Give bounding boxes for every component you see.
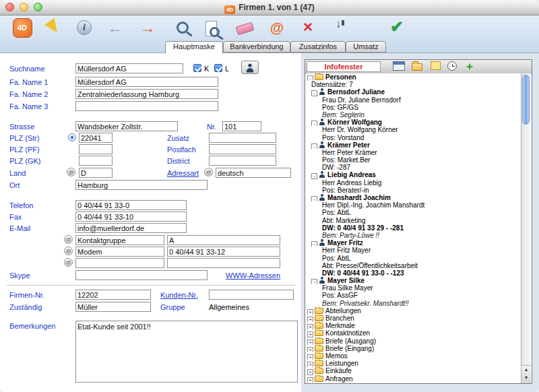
tree-folder-item[interactable]: +Briefe (Ausgang): [306, 337, 521, 345]
note-icon[interactable]: [431, 61, 441, 70]
fax-input[interactable]: [75, 211, 187, 222]
www-adressen-link[interactable]: WWW-Adressen: [226, 271, 280, 280]
tree-expander[interactable]: -: [311, 279, 317, 284]
window-icon[interactable]: [393, 61, 405, 71]
eraser-icon[interactable]: [232, 16, 257, 40]
tree-folder-item[interactable]: +Einkäufe: [306, 367, 521, 374]
delete-icon[interactable]: ×: [295, 16, 321, 40]
adressart-at-button[interactable]: @: [204, 168, 213, 176]
checkbox-l[interactable]: [214, 64, 222, 72]
email-icon[interactable]: @: [264, 16, 290, 40]
tree-folder-item[interactable]: -Personen: [306, 73, 521, 81]
tree-person-item[interactable]: -Krämer Peter: [306, 141, 521, 149]
tree-expander[interactable]: +: [307, 324, 313, 329]
plz-gk-input[interactable]: [79, 156, 113, 166]
back-icon[interactable]: ←: [102, 16, 128, 40]
tree-expander[interactable]: +: [307, 347, 313, 352]
nr-input[interactable]: [222, 121, 261, 131]
tree-expander[interactable]: +: [307, 309, 313, 315]
kunden-nr-input[interactable]: [209, 290, 294, 300]
info-tree-scrollbar[interactable]: ▲ ▼: [521, 73, 531, 383]
tree-expander[interactable]: -: [307, 75, 313, 81]
tree-person-item[interactable]: -Mayer Silke: [306, 277, 521, 284]
tab-umsatz[interactable]: Umsatz: [346, 41, 386, 53]
zustaendig-input[interactable]: [75, 302, 151, 312]
tree-folder-item[interactable]: +Briefe (Eingang): [306, 345, 521, 352]
tree-person-item[interactable]: -Manshardt Joachim: [306, 194, 521, 201]
skype-input[interactable]: [75, 270, 208, 280]
plz-str-input[interactable]: [79, 133, 113, 143]
tree-expander[interactable]: -: [311, 196, 317, 201]
strasse-input[interactable]: [75, 121, 178, 131]
tree-expander[interactable]: -: [311, 121, 317, 126]
plz-pf-input[interactable]: [79, 144, 113, 154]
plz-str-radio[interactable]: [68, 133, 76, 141]
kunden-nr-link[interactable]: Kunden-Nr.: [160, 291, 198, 299]
scroll-up-button[interactable]: ▲: [521, 366, 531, 374]
app-icon[interactable]: 4D: [9, 16, 35, 40]
scroll-down-button[interactable]: ▼: [521, 374, 531, 382]
land-input[interactable]: [79, 168, 113, 178]
adressart-input[interactable]: [216, 168, 291, 178]
scrollbar-thumb[interactable]: [522, 75, 530, 125]
tree-person-item[interactable]: -Körner Wolfgang: [306, 119, 521, 126]
tree-expander[interactable]: -: [311, 173, 317, 178]
accept-icon[interactable]: ✔: [384, 16, 410, 40]
land-at-button[interactable]: @: [67, 168, 75, 176]
tree-expander[interactable]: -: [311, 241, 317, 247]
kontakt2-value-input[interactable]: [167, 247, 280, 257]
forward-icon[interactable]: →: [135, 16, 160, 40]
fa-name2-input[interactable]: [75, 89, 218, 99]
tree-folder-item[interactable]: +Merkmale: [306, 322, 521, 329]
firmen-nr-input[interactable]: [75, 290, 151, 300]
bemerkungen-textarea[interactable]: Etat-Kunde seit 2001!!: [75, 321, 298, 383]
kontakt3-at-button[interactable]: @: [64, 258, 73, 267]
tree-folder-item[interactable]: +Kontaktnotizen: [306, 329, 521, 337]
telefon-input[interactable]: [75, 200, 187, 210]
suchname-input[interactable]: [75, 63, 183, 73]
tree-expander[interactable]: +: [307, 369, 313, 374]
fa-name1-input[interactable]: [75, 77, 218, 87]
kontakt2-at-button[interactable]: @: [64, 247, 73, 255]
fa-name3-input[interactable]: [75, 101, 218, 111]
search-icon[interactable]: [170, 16, 195, 40]
tree-folder-item[interactable]: +Anfragen: [306, 375, 521, 383]
tab-hauptmaske[interactable]: Hauptmaske: [165, 41, 223, 53]
tree-person-item[interactable]: -Mayer Fritz: [306, 239, 521, 247]
kontakt1-at-button[interactable]: @: [64, 235, 73, 244]
tree-folder-item[interactable]: +Abteilungen: [306, 307, 521, 315]
checkbox-k[interactable]: [193, 64, 201, 72]
postfach-input[interactable]: [209, 144, 276, 154]
add-icon[interactable]: +: [464, 61, 475, 71]
kontakt1-type-input[interactable]: [75, 235, 164, 245]
kontakt3-type-input[interactable]: [75, 258, 164, 268]
info-icon[interactable]: i: [71, 16, 97, 40]
kontakt1-value-input[interactable]: [167, 235, 280, 245]
tree-expander[interactable]: +: [307, 331, 313, 337]
zusatz-input[interactable]: [209, 133, 276, 143]
tree-folder-item[interactable]: +Leistungen: [306, 360, 521, 367]
contact-card-button[interactable]: [241, 61, 259, 74]
district-input[interactable]: [209, 156, 276, 166]
import-icon[interactable]: ↓: [336, 18, 342, 30]
kontakt3-value-input[interactable]: [167, 258, 280, 268]
clock-icon[interactable]: [447, 61, 457, 71]
tab-zusatzinfos[interactable]: Zusatzinfos: [290, 41, 346, 53]
tab-bankverbindung[interactable]: Bankverbindung: [223, 41, 290, 53]
adressart-link[interactable]: Adressart: [167, 169, 199, 177]
tree-expander[interactable]: -: [311, 143, 317, 149]
tree-expander[interactable]: -: [311, 90, 317, 96]
tree-expander[interactable]: +: [307, 354, 313, 360]
tree-expander[interactable]: +: [307, 317, 313, 322]
kontakt2-type-input[interactable]: [75, 247, 164, 257]
tree-folder-item[interactable]: +Branchen: [306, 315, 521, 322]
tree-expander[interactable]: +: [307, 362, 313, 367]
tree-person-item[interactable]: -Bernsdorf Juliane: [306, 88, 521, 96]
tree-folder-item[interactable]: +Memos: [306, 352, 521, 360]
email-input[interactable]: [75, 223, 187, 233]
modify-icon[interactable]: [40, 16, 66, 40]
tree-expander[interactable]: +: [307, 377, 313, 383]
tree-expander[interactable]: +: [307, 339, 313, 345]
tree-person-item[interactable]: -Liebig Andreas: [306, 171, 521, 178]
folder-icon[interactable]: [412, 63, 422, 71]
